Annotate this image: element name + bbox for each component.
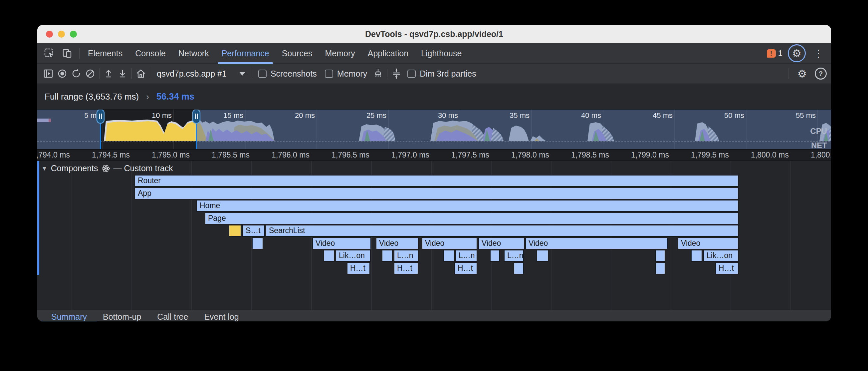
dim-3rd-parties-checkbox[interactable]: Dim 3rd parties xyxy=(403,69,480,79)
record-button[interactable] xyxy=(55,66,69,81)
breadcrumb-full-range[interactable]: Full range (3,653.76 ms) xyxy=(44,92,139,102)
flame-bar[interactable] xyxy=(514,262,524,275)
save-profile-button[interactable] xyxy=(116,66,129,81)
flame-bar-h-t[interactable]: H…t xyxy=(347,262,370,275)
load-profile-button[interactable] xyxy=(101,66,116,81)
collect-garbage-button[interactable] xyxy=(371,66,385,81)
devtools-tabbar: ElementsConsoleNetworkPerformanceSources… xyxy=(37,43,831,64)
flame-bar-l-n[interactable]: L…n xyxy=(455,250,477,262)
axis-label: 1,796.0 ms xyxy=(272,150,310,160)
toggle-device-toolbar-button[interactable] xyxy=(60,46,74,61)
flame-bar-router[interactable]: Router xyxy=(134,175,739,187)
track-title: Components xyxy=(51,164,98,173)
flame-bar-video[interactable]: Video xyxy=(525,237,668,250)
panel-tabs: ElementsConsoleNetworkPerformanceSources… xyxy=(82,43,468,63)
target-selector[interactable]: qsvd7p.csb.app #1 xyxy=(152,69,250,79)
flame-bar-l-n[interactable]: L…n xyxy=(504,250,524,262)
overview-ruler-label: 30 ms xyxy=(438,111,458,119)
overview-ruler-label: 50 ms xyxy=(724,111,744,119)
flame-bar-h-t[interactable]: H…t xyxy=(454,262,477,275)
divider xyxy=(788,68,788,79)
flame-bar-l-n[interactable]: L…n xyxy=(394,250,419,262)
flame-bar-video[interactable]: Video xyxy=(376,237,419,250)
divider xyxy=(99,68,99,79)
flame-bar-s-t[interactable]: S…t xyxy=(242,225,265,237)
minimize-button[interactable] xyxy=(58,31,65,38)
help-button[interactable]: ? xyxy=(814,66,828,81)
flame-bar-h-t[interactable]: H…t xyxy=(394,262,418,275)
axis-label: 1,800.0 ms xyxy=(751,150,789,160)
target-label: qsvd7p.csb.app #1 xyxy=(157,69,227,79)
toggle-sidebar-button[interactable] xyxy=(41,66,55,81)
flame-bar-app[interactable]: App xyxy=(134,188,739,199)
time-axis: 1,794.0 ms1,794.5 ms1,795.0 ms1,795.5 ms… xyxy=(37,149,831,161)
record-and-reload-button[interactable] xyxy=(69,66,83,81)
cpu-label: CPU xyxy=(810,126,827,136)
zoom-button[interactable] xyxy=(70,31,77,38)
shrink-timeline-button[interactable] xyxy=(390,66,403,81)
bottom-tab-bottom-up[interactable]: Bottom-up xyxy=(95,310,149,321)
home-button[interactable] xyxy=(134,66,148,81)
dim-label: Dim 3rd parties xyxy=(420,69,476,79)
overview-ruler-label: 35 ms xyxy=(509,111,529,119)
flame-bar[interactable] xyxy=(323,250,335,262)
screenshots-checkbox[interactable]: Screenshots xyxy=(254,69,321,79)
flame-bar-lik-on[interactable]: Lik…on xyxy=(703,250,739,262)
flame-bar-video[interactable]: Video xyxy=(678,237,739,250)
dropdown-caret-icon xyxy=(239,72,245,76)
tab-performance[interactable]: Performance xyxy=(215,43,276,63)
axis-label: 1,798.5 ms xyxy=(571,150,609,160)
breadcrumb-selected-range[interactable]: 56.34 ms xyxy=(156,92,194,102)
flame-bar-page[interactable]: Page xyxy=(205,212,739,225)
flame-bar[interactable] xyxy=(382,250,393,262)
flame-bar[interactable] xyxy=(691,250,702,262)
issues-badge[interactable]: ! 1 xyxy=(767,49,782,58)
tab-memory[interactable]: Memory xyxy=(318,43,361,63)
divider xyxy=(252,68,252,79)
flame-bar[interactable] xyxy=(443,250,455,262)
toggle-sidebar-icon xyxy=(42,68,54,79)
timeline-overview[interactable]: 5 ms10 ms15 ms20 ms25 ms30 ms35 ms40 ms4… xyxy=(37,110,831,149)
more-options-button[interactable]: ⋮ xyxy=(811,46,826,61)
flame-bar[interactable] xyxy=(655,250,665,262)
flame-bar-home[interactable]: Home xyxy=(196,200,739,212)
overview-ruler-label: 40 ms xyxy=(581,111,601,119)
tab-network[interactable]: Network xyxy=(172,43,215,63)
clear-button[interactable] xyxy=(83,66,97,81)
flame-bar-lik-on[interactable]: Lik…on xyxy=(336,250,371,262)
tab-elements[interactable]: Elements xyxy=(82,43,129,63)
tab-application[interactable]: Application xyxy=(362,43,415,63)
flame-bar[interactable] xyxy=(252,237,263,250)
traffic-lights xyxy=(46,25,77,43)
tab-console[interactable]: Console xyxy=(129,43,172,63)
memory-checkbox[interactable]: Memory xyxy=(321,69,371,79)
tab-sources[interactable]: Sources xyxy=(276,43,319,63)
flame-bar-searchlist[interactable]: SearchList xyxy=(266,225,739,237)
bottom-tab-call-tree[interactable]: Call tree xyxy=(150,310,195,321)
issues-icon: ! xyxy=(767,49,776,58)
flame-bar[interactable] xyxy=(655,262,665,275)
bottom-tab-summary[interactable]: Summary xyxy=(44,310,94,321)
close-button[interactable] xyxy=(46,31,53,38)
axis-label: 1,799.5 ms xyxy=(691,150,729,160)
overview-ruler-label: 10 ms xyxy=(152,111,172,119)
flame-bar-h-t[interactable]: H…t xyxy=(715,262,739,275)
settings-button[interactable]: ⚙ xyxy=(788,44,806,62)
flame-chart[interactable]: ▼ Components — Custom track RouterAppHom… xyxy=(37,161,831,310)
bottom-tab-event-log[interactable]: Event log xyxy=(197,310,246,321)
flame-bar-video[interactable]: Video xyxy=(422,237,477,250)
tab-lighthouse[interactable]: Lighthouse xyxy=(415,43,468,63)
flame-bar-video[interactable]: Video xyxy=(312,237,371,250)
capture-settings-button[interactable]: ⚙ xyxy=(795,66,809,81)
overview-ruler-label: 15 ms xyxy=(223,111,243,119)
axis-label: 1,794.0 ms xyxy=(37,150,70,160)
overview-ruler-label: 20 ms xyxy=(295,111,315,119)
flame-bar[interactable] xyxy=(536,250,549,262)
inspect-element-button[interactable] xyxy=(42,46,57,61)
track-header[interactable]: ▼ Components — Custom track xyxy=(41,164,173,173)
collapse-triangle-icon[interactable]: ▼ xyxy=(41,165,48,172)
flame-bar-video[interactable]: Video xyxy=(478,237,525,250)
flame-bar[interactable] xyxy=(229,225,241,237)
flame-bar[interactable] xyxy=(490,250,500,262)
screenshots-label: Screenshots xyxy=(271,69,317,79)
